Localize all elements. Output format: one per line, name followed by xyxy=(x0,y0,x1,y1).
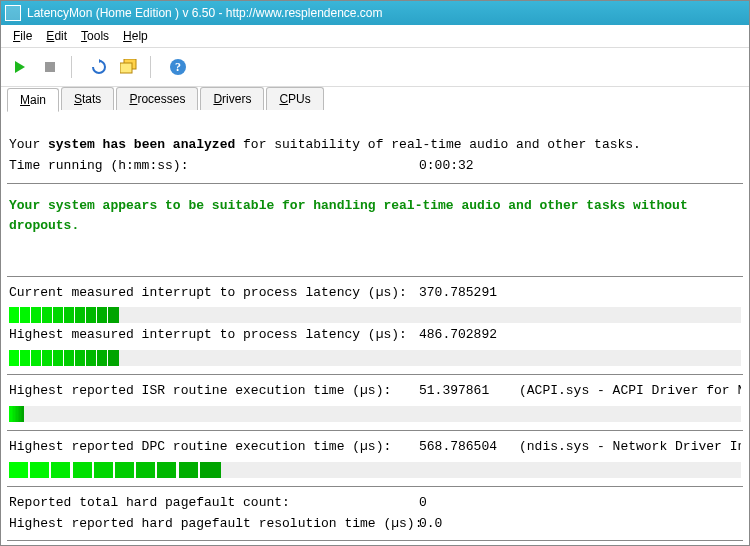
highest-dpc-row: Highest reported DPC routine execution t… xyxy=(9,437,741,458)
pagefault-count-value: 0 xyxy=(419,493,519,514)
dpc-block: Highest reported DPC routine execution t… xyxy=(7,431,743,487)
highest-interrupt-row: Highest measured interrupt to process la… xyxy=(9,325,741,346)
tab-drivers[interactable]: Drivers xyxy=(200,87,264,110)
windows-button[interactable] xyxy=(116,54,142,80)
tab-bar: Main Stats Processes Drivers CPUs xyxy=(1,87,749,111)
current-interrupt-bar xyxy=(9,307,741,323)
svg-rect-1 xyxy=(45,62,55,72)
menu-edit[interactable]: Edit xyxy=(40,27,73,45)
current-interrupt-fill xyxy=(9,307,119,323)
pagefault-count-label: Reported total hard pagefault count: xyxy=(9,493,419,514)
refresh-icon xyxy=(91,59,107,75)
interrupt-latency-block: Current measured interrupt to process la… xyxy=(7,277,743,376)
tab-stats[interactable]: Stats xyxy=(61,87,114,110)
isr-block: Highest reported ISR routine execution t… xyxy=(7,375,743,431)
verdict-block: Your system appears to be suitable for h… xyxy=(7,184,743,277)
highest-interrupt-bar xyxy=(9,350,741,366)
highest-interrupt-value: 486.702892 xyxy=(419,325,519,346)
title-bar: LatencyMon (Home Edition ) v 6.50 - http… xyxy=(1,1,749,25)
highest-isr-row: Highest reported ISR routine execution t… xyxy=(9,381,741,402)
content-area: Your system has been analyzed for suitab… xyxy=(1,111,749,546)
window-title: LatencyMon (Home Edition ) v 6.50 - http… xyxy=(27,6,383,20)
pagefault-time-value: 0.0 xyxy=(419,514,519,535)
current-interrupt-row: Current measured interrupt to process la… xyxy=(9,283,741,304)
summary-prefix: Your xyxy=(9,137,48,152)
menu-help[interactable]: Help xyxy=(117,27,154,45)
stop-icon xyxy=(44,61,56,73)
summary-block: Your system has been analyzed for suitab… xyxy=(7,117,743,184)
highest-dpc-fill xyxy=(9,462,221,478)
windows-icon xyxy=(120,59,138,75)
stop-button[interactable] xyxy=(37,54,63,80)
tab-processes[interactable]: Processes xyxy=(116,87,198,110)
highest-isr-bar xyxy=(9,406,741,422)
highest-dpc-bar xyxy=(9,462,741,478)
current-interrupt-value: 370.785291 xyxy=(419,283,519,304)
toolbar-separator xyxy=(71,56,78,78)
refresh-button[interactable] xyxy=(86,54,112,80)
svg-marker-0 xyxy=(15,61,25,73)
highest-isr-fill xyxy=(9,406,24,422)
verdict-text: Your system appears to be suitable for h… xyxy=(9,196,741,238)
analysis-summary: Your system has been analyzed for suitab… xyxy=(9,135,741,156)
highest-isr-label: Highest reported ISR routine execution t… xyxy=(9,381,419,402)
menu-tools[interactable]: Tools xyxy=(75,27,115,45)
toolbar: ? xyxy=(1,48,749,87)
highest-isr-value: 51.397861 xyxy=(419,381,519,402)
highest-dpc-extra: (ndis.sys - Network Driver Interface Spe… xyxy=(519,437,741,458)
highest-interrupt-fill xyxy=(9,350,119,366)
highest-dpc-label: Highest reported DPC routine execution t… xyxy=(9,437,419,458)
toolbar-separator-2 xyxy=(150,56,157,78)
summary-bold: system has been analyzed xyxy=(48,137,235,152)
pagefault-block: Reported total hard pagefault count: 0 H… xyxy=(7,487,743,542)
pagefault-time-label: Highest reported hard pagefault resoluti… xyxy=(9,514,419,535)
help-icon: ? xyxy=(169,58,187,76)
app-icon xyxy=(5,5,21,21)
tab-main[interactable]: Main xyxy=(7,88,59,112)
summary-suffix: for suitability of real-time audio and o… xyxy=(235,137,641,152)
svg-rect-4 xyxy=(120,63,132,73)
time-running-label: Time running (h:mm:ss): xyxy=(9,156,419,177)
time-running-value: 0:00:32 xyxy=(419,156,519,177)
svg-text:?: ? xyxy=(175,60,181,74)
help-button[interactable]: ? xyxy=(165,54,191,80)
play-icon xyxy=(13,60,27,74)
highest-interrupt-label: Highest measured interrupt to process la… xyxy=(9,325,419,346)
highest-dpc-value: 568.786504 xyxy=(419,437,519,458)
menu-bar: File Edit Tools Help xyxy=(1,25,749,48)
highest-isr-extra: (ACPI.sys - ACPI Driver for NT, Microsof… xyxy=(519,381,741,402)
menu-file[interactable]: File xyxy=(7,27,38,45)
current-interrupt-label: Current measured interrupt to process la… xyxy=(9,283,419,304)
tab-cpus[interactable]: CPUs xyxy=(266,87,323,110)
pagefault-count-row: Reported total hard pagefault count: 0 xyxy=(9,493,741,514)
start-button[interactable] xyxy=(7,54,33,80)
time-running-row: Time running (h:mm:ss): 0:00:32 xyxy=(9,156,741,177)
pagefault-time-row: Highest reported hard pagefault resoluti… xyxy=(9,514,741,535)
